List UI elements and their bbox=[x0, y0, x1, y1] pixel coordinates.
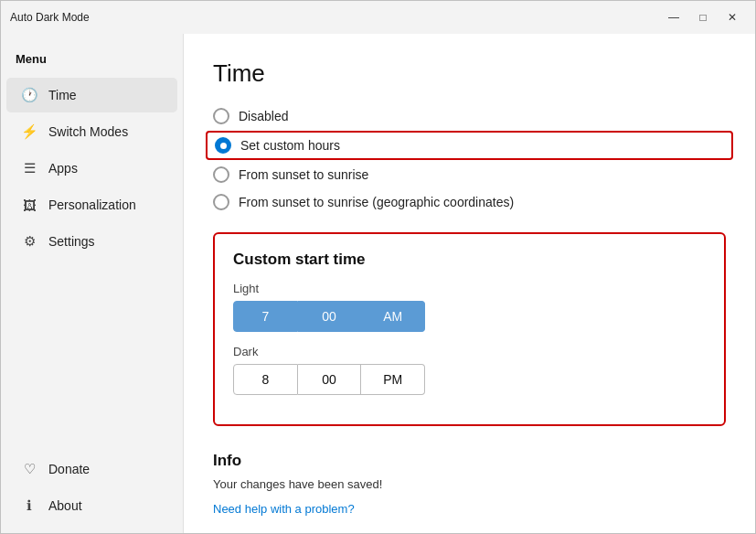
info-text: Your changes have been saved! bbox=[213, 477, 726, 491]
sidebar-item-settings-label: Settings bbox=[48, 234, 95, 249]
light-hour[interactable]: 7 bbox=[233, 301, 298, 332]
personalization-icon: 🖼 bbox=[21, 197, 37, 213]
app-window: Auto Dark Mode — □ ✕ Menu 🕐 Time ⚡ Switc… bbox=[0, 0, 756, 534]
light-time-picker: 7 00 AM bbox=[233, 301, 425, 332]
radio-disabled[interactable]: Disabled bbox=[213, 108, 726, 124]
sidebar-item-about[interactable]: ℹ About bbox=[6, 488, 177, 523]
radio-sunset-sunrise-geo-label: From sunset to sunrise (geographic coord… bbox=[239, 195, 514, 209]
content-area: Menu 🕐 Time ⚡ Switch Modes ☰ Apps 🖼 Pers… bbox=[1, 34, 755, 533]
sidebar: Menu 🕐 Time ⚡ Switch Modes ☰ Apps 🖼 Pers… bbox=[1, 34, 184, 533]
sidebar-item-switch-modes-label: Switch Modes bbox=[48, 124, 128, 139]
sidebar-item-switch-modes[interactable]: ⚡ Switch Modes bbox=[6, 114, 177, 149]
radio-set-custom-hours[interactable]: Set custom hours bbox=[206, 131, 733, 160]
dark-label: Dark bbox=[233, 345, 706, 358]
sidebar-item-time-label: Time bbox=[48, 88, 77, 102]
radio-circle-disabled bbox=[213, 108, 229, 124]
sidebar-item-personalization[interactable]: 🖼 Personalization bbox=[6, 187, 177, 222]
dark-period[interactable]: PM bbox=[361, 364, 425, 395]
sidebar-item-settings[interactable]: ⚙ Settings bbox=[6, 224, 177, 259]
clock-icon: 🕐 bbox=[21, 87, 37, 103]
lightning-icon: ⚡ bbox=[21, 123, 37, 140]
radio-circle-set-custom-hours bbox=[215, 137, 231, 154]
window-title: Auto Dark Mode bbox=[10, 11, 90, 24]
radio-circle-sunset-sunrise bbox=[213, 166, 229, 183]
radio-disabled-label: Disabled bbox=[239, 109, 288, 123]
sidebar-item-apps[interactable]: ☰ Apps bbox=[6, 151, 177, 186]
sidebar-item-donate[interactable]: ♡ Donate bbox=[6, 452, 177, 486]
sidebar-label: Menu bbox=[1, 43, 183, 77]
radio-group: Disabled Set custom hours From sunset to… bbox=[213, 108, 726, 210]
maximize-button[interactable]: □ bbox=[689, 7, 717, 27]
dark-hour[interactable]: 8 bbox=[233, 364, 298, 395]
title-bar: Auto Dark Mode — □ ✕ bbox=[1, 1, 755, 34]
window-controls: — □ ✕ bbox=[660, 7, 746, 27]
dark-time-picker: 8 00 PM bbox=[233, 364, 425, 395]
custom-time-title: Custom start time bbox=[233, 251, 706, 269]
info-icon: ℹ bbox=[21, 497, 37, 514]
sidebar-spacer bbox=[1, 260, 183, 451]
light-minute[interactable]: 00 bbox=[298, 301, 362, 332]
close-button[interactable]: ✕ bbox=[719, 7, 746, 27]
apps-icon: ☰ bbox=[21, 160, 37, 176]
page-title: Time bbox=[213, 59, 726, 88]
radio-sunset-sunrise[interactable]: From sunset to sunrise bbox=[213, 166, 726, 183]
info-link[interactable]: Need help with a problem? bbox=[213, 502, 355, 516]
radio-sunset-sunrise-label: From sunset to sunrise bbox=[239, 167, 368, 182]
sidebar-item-time[interactable]: 🕐 Time bbox=[6, 78, 177, 112]
light-time-row: Light 7 00 AM bbox=[233, 282, 706, 332]
custom-time-section: Custom start time Light 7 00 AM Dark 8 0… bbox=[213, 232, 726, 426]
sidebar-item-donate-label: Donate bbox=[48, 462, 90, 476]
radio-set-custom-hours-label: Set custom hours bbox=[240, 138, 340, 153]
dark-minute[interactable]: 00 bbox=[298, 364, 362, 395]
dark-time-row: Dark 8 00 PM bbox=[233, 345, 706, 395]
minimize-button[interactable]: — bbox=[660, 7, 687, 27]
sidebar-item-apps-label: Apps bbox=[48, 161, 78, 176]
heart-icon: ♡ bbox=[21, 461, 37, 477]
radio-sunset-sunrise-geo[interactable]: From sunset to sunrise (geographic coord… bbox=[213, 194, 726, 210]
main-content: Time Disabled Set custom hours From suns… bbox=[184, 34, 755, 533]
sidebar-item-about-label: About bbox=[48, 498, 82, 513]
light-label: Light bbox=[233, 282, 706, 295]
info-title: Info bbox=[213, 452, 726, 470]
sidebar-item-personalization-label: Personalization bbox=[48, 198, 136, 212]
info-section: Info Your changes have been saved! Need … bbox=[213, 452, 726, 517]
gear-icon: ⚙ bbox=[21, 233, 37, 250]
radio-circle-sunset-sunrise-geo bbox=[213, 194, 229, 210]
light-period[interactable]: AM bbox=[361, 301, 425, 332]
